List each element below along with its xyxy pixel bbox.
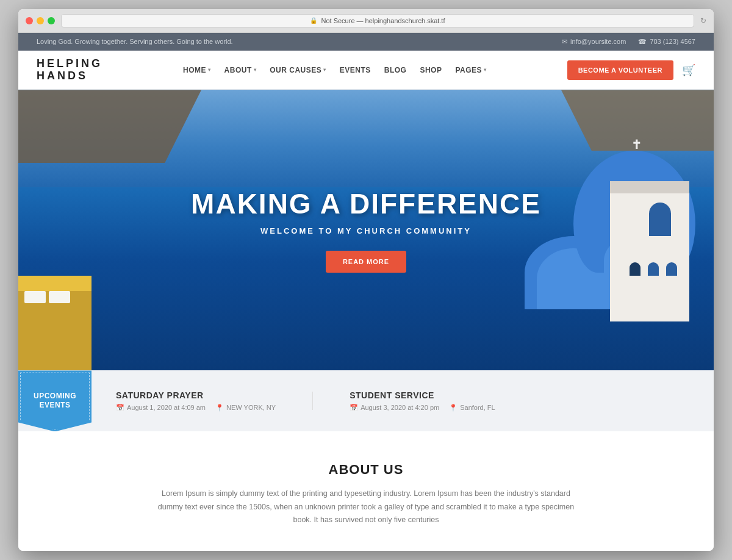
- email-icon: ✉: [562, 38, 567, 46]
- address-bar[interactable]: 🔒 Not Secure — helpinghandschurch.skat.t…: [61, 14, 694, 27]
- event-title-1: SATURDAY PRAYER: [116, 390, 276, 400]
- chevron-down-icon: ▾: [208, 67, 211, 73]
- upcoming-events-tab: UPCOMING EVENTS: [18, 370, 92, 431]
- close-button[interactable]: [26, 17, 33, 24]
- church-window-2: [666, 262, 677, 276]
- nav-link-pages[interactable]: PAGES ▾: [455, 66, 486, 74]
- topbar-email: ✉ info@yoursite.com: [562, 38, 626, 46]
- hero-subtitle: WELCOME TO MY CHURCH COMMUNITY: [191, 226, 541, 235]
- nav-item-pages[interactable]: PAGES ▾: [455, 66, 486, 74]
- event-meta-2: 📅 August 3, 2020 at 4:20 pm 📍 Sanford, F…: [350, 404, 495, 412]
- chevron-down-icon: ▾: [254, 67, 257, 73]
- nav-item-about[interactable]: ABOUT ▾: [224, 66, 257, 74]
- site-logo[interactable]: HELPING HANDS: [37, 58, 102, 82]
- event-meta-1: 📅 August 1, 2020 at 4:09 am 📍 NEW YORK, …: [116, 404, 276, 412]
- event-location-2: 📍 Sanford, FL: [449, 404, 495, 412]
- minimize-button[interactable]: [37, 17, 44, 24]
- browser-chrome: 🔒 Not Secure — helpinghandschurch.skat.t…: [18, 9, 714, 33]
- browser-window: 🔒 Not Secure — helpinghandschurch.skat.t…: [18, 9, 714, 551]
- nav-item-events[interactable]: EVENTS: [340, 66, 371, 74]
- event-divider: [312, 392, 313, 410]
- nav-link-blog[interactable]: BLOG: [384, 66, 407, 74]
- event-item-1: SATURDAY PRAYER 📅 August 1, 2020 at 4:09…: [116, 390, 276, 412]
- event-location-1: 📍 NEW YORK, NY: [215, 404, 276, 412]
- reload-button[interactable]: ↻: [700, 16, 706, 25]
- event-item-2: STUDENT SERVICE 📅 August 3, 2020 at 4:20…: [350, 390, 495, 412]
- chevron-down-icon: ▾: [323, 67, 326, 73]
- security-icon: 🔒: [310, 17, 317, 24]
- nav-link-about[interactable]: ABOUT ▾: [224, 66, 257, 74]
- event-date-2: 📅 August 3, 2020 at 4:20 pm: [350, 404, 439, 412]
- church-cross-icon: ✝: [631, 137, 642, 152]
- topbar-phone: ☎ 703 (123) 4567: [638, 38, 695, 46]
- chevron-down-icon: ▾: [484, 67, 487, 73]
- calendar-icon: 📅: [116, 404, 124, 412]
- nav-item-home[interactable]: HOME ▾: [183, 66, 211, 74]
- nav-link-home[interactable]: HOME ▾: [183, 66, 211, 74]
- hero-content: MAKING A DIFFERENCE WELCOME TO MY CHURCH…: [179, 175, 553, 285]
- event-date-1: 📅 August 1, 2020 at 4:09 am: [116, 404, 206, 412]
- white-box: [24, 291, 46, 303]
- topbar-contact: ✉ info@yoursite.com ☎ 703 (123) 4567: [562, 38, 695, 46]
- cart-icon[interactable]: 🛒: [682, 63, 695, 77]
- events-bar: UPCOMING EVENTS SATURDAY PRAYER 📅 August…: [18, 370, 714, 431]
- nav-link-causes[interactable]: OUR CAUSES ▾: [270, 66, 326, 74]
- about-text: Lorem Ipsum is simply dummy text of the …: [152, 487, 580, 526]
- nav-item-causes[interactable]: OUR CAUSES ▾: [270, 66, 326, 74]
- yellow-wall-top: [18, 276, 92, 291]
- mountain-left: [18, 90, 201, 163]
- read-more-button[interactable]: READ MORE: [326, 251, 406, 273]
- about-section: ABOUT US Lorem Ipsum is simply dummy tex…: [18, 431, 714, 551]
- location-icon: 📍: [215, 404, 224, 412]
- nav-link-shop[interactable]: SHOP: [420, 66, 442, 74]
- nav-link-events[interactable]: EVENTS: [340, 66, 371, 74]
- hero-section: ✝ MAKING A DIFFERENCE WELCOME TO MY CHUR…: [18, 90, 714, 370]
- white-boxes: [24, 291, 70, 303]
- white-box: [49, 291, 70, 303]
- nav-links: HOME ▾ ABOUT ▾ OUR CAUSES ▾ EVENTS: [183, 66, 487, 74]
- nav-item-shop[interactable]: SHOP: [420, 66, 442, 74]
- event-title-2: STUDENT SERVICE: [350, 390, 495, 400]
- about-title: ABOUT US: [37, 462, 695, 478]
- phone-icon: ☎: [638, 38, 647, 46]
- church-tower-top: [610, 181, 689, 193]
- navbar: HELPING HANDS HOME ▾ ABOUT ▾ OUR CAUSES …: [18, 51, 714, 90]
- url-text: Not Secure — helpinghandschurch.skat.tf: [321, 17, 445, 24]
- church-window-arch: [649, 203, 671, 236]
- topbar-tagline: Loving God. Growing together. Serving ot…: [37, 38, 233, 45]
- volunteer-button[interactable]: BECOME A VOLUNTEER: [567, 60, 673, 80]
- church-tower: [610, 187, 689, 321]
- top-bar: Loving God. Growing together. Serving ot…: [18, 33, 714, 51]
- location-icon: 📍: [449, 404, 458, 412]
- church-window-4: [630, 262, 640, 276]
- hero-title: MAKING A DIFFERENCE: [191, 187, 541, 220]
- nav-item-blog[interactable]: BLOG: [384, 66, 407, 74]
- calendar-icon: 📅: [350, 404, 358, 412]
- traffic-lights: [26, 17, 55, 24]
- maximize-button[interactable]: [48, 17, 55, 24]
- church-window-3: [648, 262, 659, 276]
- events-content: SATURDAY PRAYER 📅 August 1, 2020 at 4:09…: [92, 370, 714, 431]
